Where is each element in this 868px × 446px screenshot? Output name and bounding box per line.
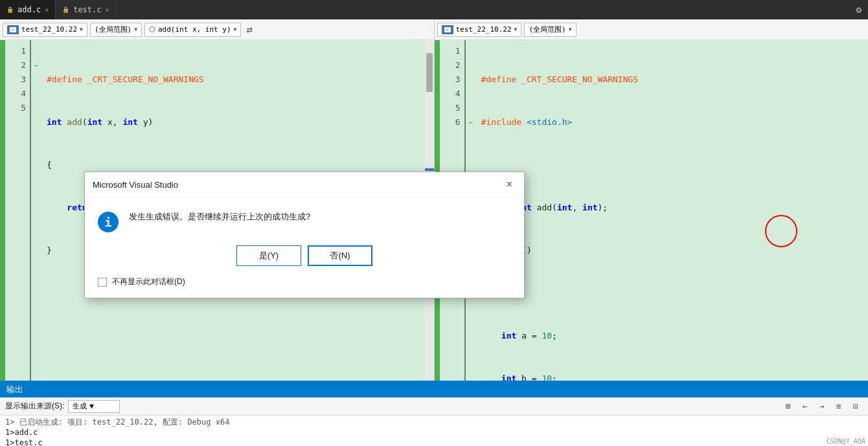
output-source-dropdown[interactable]: 生成 ▼	[68, 400, 120, 413]
code-line-3: {	[47, 158, 420, 172]
tab-test-c-label: test.c	[73, 5, 101, 14]
right-code-line-1: #define _CRT_SECURE_NO_WARNINGS	[481, 72, 863, 87]
swap-panes-button[interactable]: ⇄	[244, 23, 255, 36]
left-scope-dropdown[interactable]: + test_22_10.22 ▼	[3, 23, 87, 37]
dialog-checkbox-row: 不再显示此对话框(D)	[85, 276, 524, 298]
right-editor-toolbar: + test_22_10.22 ▼ (全局范围) ▼	[435, 19, 869, 40]
tab-add-c-close[interactable]: ×	[45, 6, 49, 14]
tab-add-c-label: add.c	[17, 5, 41, 14]
left-function-dropdown[interactable]: ⬡ add(int x, int y) ▼	[144, 23, 241, 37]
code-line-2: int add(int x, int y)	[47, 115, 420, 129]
right-scope-dropdown2[interactable]: (全局范围) ▼	[524, 23, 576, 37]
output-line-3: 1>test.c	[5, 438, 863, 446]
left-dropdown2-arrow: ▼	[134, 27, 137, 32]
right-code-line-7: int a = 10;	[481, 329, 863, 343]
right-dropdown2-arrow: ▼	[569, 27, 572, 32]
output-content: 1> 已启动生成: 项目: test_22_10.22, 配置: Debug x…	[0, 416, 868, 446]
right-scope-icon: +	[442, 25, 453, 34]
output-header: 输出	[0, 382, 868, 397]
right-code-line-8: int b = 10;	[481, 372, 863, 381]
right-code-line-6: {	[481, 286, 863, 300]
current-line-indicator	[425, 168, 434, 171]
dialog: Microsoft Visual Studio × i 发生生成错误。是否继续并…	[84, 172, 525, 298]
tab-add-c[interactable]: 🔒 add.c ×	[0, 0, 56, 19]
dialog-info-icon: i	[98, 212, 119, 232]
output-source-label: 显示输出来源(S):	[5, 401, 64, 412]
output-line-1: 1> 已启动生成: 项目: test_22_10.22, 配置: Debug x…	[5, 417, 863, 427]
tab-pin-icon: 🔒	[6, 6, 14, 13]
output-icon-4[interactable]: ≡	[832, 399, 846, 414]
output-dropdown-arrow: ▼	[89, 402, 94, 410]
left-margin-indicator	[0, 40, 5, 381]
dialog-yes-button[interactable]: 是(Y)	[236, 245, 301, 266]
dialog-checkbox[interactable]	[98, 278, 107, 287]
left-editor-toolbar: + test_22_10.22 ▼ (全局范围) ▼ ⬡ add(int x, …	[0, 19, 434, 40]
collapse-icon-line2[interactable]: −	[31, 58, 41, 72]
dialog-close-button[interactable]: ×	[503, 177, 516, 192]
gear-icon[interactable]: ⚙	[850, 5, 868, 15]
watermark: CSDN@Y_AOA	[827, 438, 865, 445]
dialog-no-button[interactable]: 否(N)	[308, 245, 372, 266]
right-code-line-5: int main()	[481, 243, 863, 258]
collapse-icons: −	[31, 40, 41, 381]
output-icon-3[interactable]: →	[815, 399, 829, 414]
tab-test-pin-icon: 🔒	[62, 6, 69, 13]
code-line-1: #define _CRT_SECURE_NO_WARNINGS	[47, 72, 420, 87]
left-scope-dropdown2[interactable]: (全局范围) ▼	[90, 23, 142, 37]
tab-test-c-close[interactable]: ×	[106, 6, 109, 14]
output-line-2: 1>add.c	[5, 427, 863, 438]
dialog-checkbox-label: 不再显示此对话框(D)	[112, 276, 185, 287]
output-icon-buttons: ⊞ ← → ≡ ⊡	[781, 399, 863, 414]
right-code-content[interactable]: #define _CRT_SECURE_NO_WARNINGS #include…	[476, 40, 869, 381]
right-collapse-icon[interactable]: −	[466, 115, 476, 129]
tab-bar: 🔒 add.c × 🔒 test.c × ⚙	[0, 0, 868, 19]
dialog-title: Microsoft Visual Studio	[93, 180, 178, 190]
output-icon-2[interactable]: ←	[798, 399, 812, 414]
left-dropdown3-arrow: ▼	[234, 27, 237, 32]
left-dropdown1-arrow: ▼	[80, 27, 83, 32]
output-toolbar: 显示输出来源(S): 生成 ▼ ⊞ ← → ≡ ⊡	[0, 397, 868, 416]
dialog-buttons: 是(Y) 否(N)	[85, 245, 524, 276]
right-scope-dropdown[interactable]: + test_22_10.22 ▼	[437, 23, 522, 37]
dialog-titlebar: Microsoft Visual Studio ×	[85, 172, 524, 197]
left-scope-icon: +	[7, 25, 19, 34]
output-panel: 输出 显示输出来源(S): 生成 ▼ ⊞ ← → ≡ ⊡ 1> 已启动生成: 项…	[0, 381, 868, 446]
right-code-line-2: #include <stdio.h>	[481, 115, 863, 129]
left-line-numbers: 1 2 3 4 5	[5, 40, 31, 381]
output-icon-1[interactable]: ⊞	[781, 399, 795, 414]
right-code-line-4: extern int add(int, int);	[481, 201, 863, 215]
left-scrollbar-thumb[interactable]	[426, 53, 433, 92]
dialog-body: i 发生生成错误。是否继续并运行上次的成功生成?	[85, 197, 524, 245]
tab-test-c[interactable]: 🔒 test.c ×	[56, 0, 116, 19]
right-dropdown1-arrow: ▼	[514, 27, 518, 32]
dialog-message: 发生生成错误。是否继续并运行上次的成功生成?	[129, 210, 310, 224]
output-icon-5[interactable]: ⊡	[849, 399, 863, 414]
right-code-line-3	[481, 158, 863, 172]
